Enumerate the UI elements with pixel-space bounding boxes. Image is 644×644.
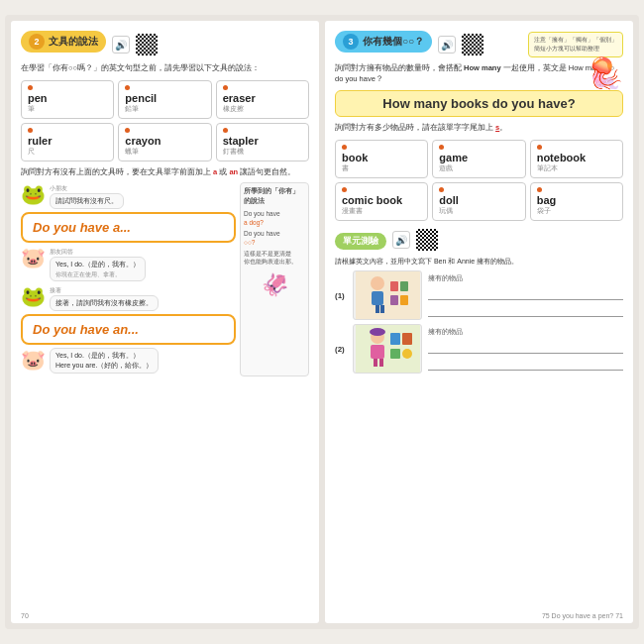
jellyfish-icon: 🪼	[587, 55, 623, 90]
intro-text-left: 在學習「你有○○嗎？」的英文句型之前，請先學習以下文具的說法：	[21, 63, 309, 74]
test-image-2	[353, 324, 422, 374]
follow-bubble: 接著，請詢問我有沒有橡皮擦。	[50, 295, 159, 311]
vocab-game: game 遊戲	[432, 140, 525, 178]
svg-point-18	[402, 349, 412, 359]
svg-rect-2	[372, 291, 383, 305]
section-header-right: 3 你有幾個○○？	[335, 31, 432, 53]
instruction-text: 詢問對方有沒有上面的文具時，要在文具單字前面加上 a 或 an 讓語句更自然。	[21, 167, 309, 178]
dialog-label-2: 朋友回答	[50, 248, 146, 257]
vocab-pen: pen 筆	[21, 80, 114, 119]
test-field-label-2: 擁有的物品	[428, 327, 623, 337]
section-title-left: 文具的說法	[49, 35, 98, 49]
audio-icon-right[interactable]: 🔊	[438, 36, 456, 54]
dialog-row-4: 🐷 Yes, I do.（是的，我有。）Here you are.（好的，給你。…	[21, 348, 236, 374]
vocab-crayon: crayon 蠟筆	[118, 123, 211, 161]
svg-rect-6	[400, 281, 408, 291]
qr-code-left	[136, 34, 158, 55]
test-fields-2: 擁有的物品	[428, 327, 623, 371]
girl-illustration	[356, 325, 420, 373]
dot	[125, 128, 130, 133]
page-num-left: 70	[21, 612, 29, 619]
vocab-doll: doll 玩偶	[432, 182, 525, 221]
test-fields-1: 擁有的物品	[428, 273, 623, 317]
vocab-eng: doll	[439, 194, 459, 206]
svg-rect-13	[379, 359, 383, 367]
svg-rect-4	[380, 305, 384, 313]
dot	[28, 85, 33, 90]
right-page: 3 你有幾個○○？ 🔊 注意「擁有」「獨有」「個別」簡短小方塊可以幫助整理 🪼 …	[325, 21, 633, 623]
monster-icon: 🦑	[244, 270, 305, 301]
test-item-1: (1)	[335, 270, 623, 320]
vocab-chi: 玩偶	[439, 206, 453, 216]
svg-rect-16	[402, 333, 412, 345]
dot	[223, 128, 228, 133]
dialog-row-3: 🐸 接著 接著，請詢問我有沒有橡皮擦。	[21, 284, 236, 311]
side-note-detail: 這樣是不是更清楚你也能夠表達出那。	[244, 250, 305, 267]
page-num-right: 75 Do you have a pen? 71	[542, 612, 623, 619]
vocab-eng: game	[439, 152, 468, 163]
character-b2-icon: 🐷	[21, 348, 46, 372]
vocab-chi: 袋子	[537, 206, 551, 216]
audio-icon-left[interactable]: 🔊	[112, 36, 130, 54]
follow-text-right: 詢問對方有多少物品時，請在該單字字尾加上 s。	[335, 123, 623, 134]
vocab-chi: 筆	[28, 104, 35, 114]
dot	[537, 187, 542, 192]
svg-rect-7	[390, 295, 398, 305]
side-note-q1: Do you havea dog?	[244, 209, 305, 227]
svg-rect-9	[356, 325, 420, 373]
answer-bubble-1: Yes, I do.（是的，我有。）你現在正在使用、拿著。	[50, 257, 146, 282]
svg-rect-12	[374, 359, 377, 367]
vocab-chi: 漫畫書	[342, 206, 363, 216]
boy-illustration	[356, 271, 420, 319]
vocab-comic-book: comic book 漫畫書	[335, 182, 428, 221]
unit-test-header: 單元測驗	[335, 233, 386, 250]
svg-point-1	[371, 276, 384, 290]
qr-code-right	[462, 34, 483, 55]
left-page: 2 文具的說法 🔊 在學習「你有○○嗎？」的英文句型之前，請先學習以下文具的說法…	[11, 21, 319, 623]
vocab-chi: 尺	[28, 147, 35, 157]
vocab-eng: pencil	[125, 92, 157, 104]
audio-icon-test[interactable]: 🔊	[392, 231, 410, 249]
vocab-notebook: notebook 筆記本	[530, 140, 623, 178]
dot	[537, 145, 542, 150]
answer-bubble-2: Yes, I do.（是的，我有。）Here you are.（好的，給你。）	[50, 348, 159, 374]
test-input-2[interactable]	[428, 340, 623, 354]
section-num-right: 3	[343, 34, 359, 50]
book-spread: 2 文具的說法 🔊 在學習「你有○○嗎？」的英文句型之前，請先學習以下文具的說法…	[5, 15, 639, 629]
dot	[125, 85, 130, 90]
bubble-orange-2: Do you have an...	[21, 314, 236, 345]
test-input-1b[interactable]	[428, 303, 623, 317]
svg-rect-0	[356, 271, 420, 319]
test-input-2b[interactable]	[428, 357, 623, 371]
test-item-2: (2)	[335, 324, 623, 374]
vocab-eng: notebook	[537, 152, 587, 163]
right-side-note: 注意「擁有」「獨有」「個別」簡短小方塊可以幫助整理	[528, 32, 623, 57]
vocab-eraser: eraser 橡皮擦	[216, 80, 309, 119]
vocab-ruler: ruler 尺	[21, 123, 114, 161]
vocab-bag: bag 袋子	[530, 182, 623, 221]
vocab-eng: comic book	[342, 194, 402, 206]
svg-rect-15	[390, 333, 400, 345]
test-items: (1)	[335, 270, 623, 374]
dot	[342, 187, 347, 192]
vocab-eng: bag	[537, 194, 557, 206]
test-input-1[interactable]	[428, 286, 623, 300]
svg-point-14	[370, 328, 385, 336]
vocab-grid-left: pen 筆 pencil 鉛筆 eraser 橡皮擦 ruler 尺 crayo…	[21, 80, 309, 161]
vocab-pencil: pencil 鉛筆	[118, 80, 211, 119]
svg-rect-8	[400, 295, 408, 305]
right-intro: 詢問對方擁有物品的數量時，會搭配 How many 一起使用，英文是 How m…	[335, 63, 623, 84]
dialog-section: 🐸 小朋友 請試問我有沒有尺。 Do you have a... 🐷 朋友回答 …	[21, 182, 309, 376]
test-num-1: (1)	[335, 291, 347, 300]
dot	[439, 145, 444, 150]
section-title-right: 你有幾個○○？	[363, 35, 424, 49]
vocab-eng: ruler	[28, 135, 52, 147]
vocab-eng: pen	[28, 92, 48, 104]
svg-rect-11	[371, 345, 384, 359]
vocab-chi: 橡皮擦	[223, 104, 244, 114]
vocab-eng: book	[342, 152, 368, 163]
test-field-label-1: 擁有的物品	[428, 273, 623, 283]
dialog-main: 🐸 小朋友 請試問我有沒有尺。 Do you have a... 🐷 朋友回答 …	[21, 182, 236, 376]
qr-code-test	[416, 229, 438, 251]
test-num-2: (2)	[335, 345, 347, 354]
